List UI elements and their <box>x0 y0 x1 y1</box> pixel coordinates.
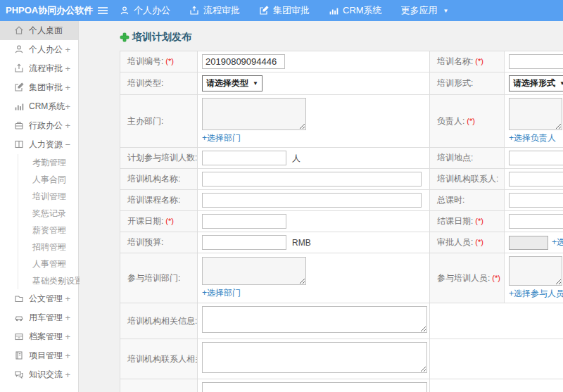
expand-plus-icon[interactable]: + <box>65 59 70 78</box>
training-form-select[interactable]: 请选择形式▼ <box>509 75 563 91</box>
required-mark: (*) <box>475 217 483 225</box>
topnav-label: 流程审批 <box>203 4 240 17</box>
sidebar-item-label: 项目管理 <box>29 350 63 360</box>
approvers-box[interactable] <box>509 236 548 250</box>
participating-departments-label: 参与培训部门: <box>127 273 180 283</box>
sidebar-subitem-salary-mgmt[interactable]: 薪资管理+ <box>18 222 78 239</box>
topnav-label: 集团审批 <box>273 4 310 17</box>
expand-plus-icon[interactable]: + <box>65 40 70 59</box>
budget-input[interactable] <box>202 235 286 250</box>
form-row: 计划参与培训人数:(*) 人 培训地点: <box>120 148 563 169</box>
sidebar-item-workflow-approval[interactable]: 流程审批 + <box>0 59 78 78</box>
hamburger-menu-icon[interactable] <box>97 6 108 15</box>
topnav-crm-system[interactable]: CRM系统 <box>329 4 382 17</box>
app-window: PHPOA协同办公软件 个人办公 流程审批 集团审批 CRM系统 更多应用 <box>0 0 563 392</box>
required-mark: (*) <box>467 117 475 125</box>
expand-plus-icon[interactable]: + <box>65 78 70 97</box>
sidebar-item-human-resources[interactable]: 人力资源 − <box>0 135 78 154</box>
expand-plus-icon[interactable]: + <box>58 222 63 239</box>
participants-textarea[interactable] <box>509 256 562 286</box>
expand-plus-icon[interactable]: + <box>65 308 70 327</box>
training-name-input[interactable] <box>509 54 563 69</box>
sidebar-item-crm-system[interactable]: CRM系统 + <box>0 97 78 116</box>
topnav-more-apps[interactable]: 更多应用 ▼ <box>401 4 449 17</box>
sidebar-item-project-mgmt[interactable]: 项目管理 + <box>0 346 78 365</box>
course-name-input[interactable] <box>202 193 422 208</box>
org-info-textarea[interactable] <box>202 306 427 333</box>
caret-down-icon: ▼ <box>443 8 449 14</box>
expand-plus-icon[interactable]: + <box>58 255 63 272</box>
org-contact-input[interactable] <box>509 172 563 186</box>
form-row: 培训类型: 请选择类型▼ 培训形式: 请选择形式▼ <box>120 72 563 95</box>
org-name-input[interactable] <box>202 172 422 186</box>
training-location-input[interactable] <box>509 151 563 165</box>
expand-plus-icon[interactable]: + <box>65 346 70 365</box>
select-approvers-link[interactable]: +选择审批人员 <box>552 236 563 248</box>
expand-plus-icon[interactable]: + <box>65 97 70 116</box>
participating-departments-textarea[interactable] <box>202 257 306 285</box>
course-name-label: 培训课程名称: <box>127 195 180 205</box>
caret-down-icon: ▼ <box>559 80 563 87</box>
training-type-select[interactable]: 请选择类型▼ <box>202 75 262 91</box>
org-contact-info-textarea[interactable] <box>202 342 427 373</box>
start-date-input[interactable] <box>202 214 286 229</box>
sidebar-item-vehicle-mgmt[interactable]: 用车管理 + <box>0 308 78 327</box>
sidebar-item-label: 个人办公 <box>29 44 63 54</box>
sidebar-subitem-reward-punishment[interactable]: 奖惩记录 <box>18 205 78 222</box>
sidebar-subitem-hr-contract[interactable]: 人事合同 <box>18 171 78 188</box>
required-mark: (*) <box>475 238 483 246</box>
training-number-label: 培训编号: <box>127 56 163 66</box>
expand-plus-icon[interactable]: + <box>58 272 63 289</box>
leader-label: 负责人: <box>437 116 464 126</box>
topnav-personal-office[interactable]: 个人办公 <box>120 4 170 17</box>
select-department-link[interactable]: +选择部门 <box>202 287 241 299</box>
sidebar-item-document-mgmt[interactable]: 公文管理 + <box>0 289 78 308</box>
expand-plus-icon[interactable]: + <box>65 116 70 135</box>
budget-label: 培训预算: <box>127 237 163 247</box>
sidebar-item-personal-office[interactable]: 个人办公 + <box>0 40 78 59</box>
leader-textarea[interactable] <box>509 98 562 130</box>
topnav-group-approval[interactable]: 集团审批 <box>259 4 310 17</box>
expand-plus-icon[interactable]: + <box>65 289 70 308</box>
sidebar-item-admin-office[interactable]: 行政办公 + <box>0 116 78 135</box>
sidebar-subitem-base-category-settings[interactable]: 基础类别设置+ <box>18 272 78 289</box>
select-participants-link[interactable]: +选择参与人员 <box>509 288 563 300</box>
required-mark: (*) <box>165 217 174 225</box>
expand-plus-icon[interactable]: + <box>65 365 70 384</box>
empty-cell <box>430 379 563 392</box>
training-requirements-textarea[interactable] <box>202 382 427 392</box>
training-number-input[interactable] <box>202 54 285 69</box>
host-department-label: 主办部门: <box>127 116 163 126</box>
end-date-input[interactable] <box>509 214 563 229</box>
sidebar-item-personal-desktop[interactable]: 个人桌面 <box>0 21 78 40</box>
host-department-textarea[interactable] <box>202 98 306 130</box>
sidebar-item-archive-mgmt[interactable]: 档案管理 + <box>0 327 78 346</box>
sidebar-subitem-attendance[interactable]: 考勤管理 <box>18 154 78 171</box>
form-row: 培训编号:(*) 培训名称:(*) <box>120 51 563 72</box>
page-title: 培训计划发布 <box>120 30 563 45</box>
planned-participants-input[interactable] <box>202 151 286 165</box>
home-icon <box>14 25 24 35</box>
total-hours-label: 总课时: <box>437 195 464 205</box>
total-hours-input[interactable] <box>509 193 563 208</box>
org-contact-label: 培训机构联系人: <box>437 174 498 184</box>
select-value: 请选择类型 <box>206 77 248 89</box>
sidebar-subitem-label: 奖惩记录 <box>32 208 66 218</box>
sidebar-subitem-personnel-mgmt[interactable]: 人事管理+ <box>18 255 78 272</box>
required-mark: (*) <box>475 57 483 65</box>
user-icon <box>120 6 129 15</box>
sidebar-item-knowledge-exchange[interactable]: 知识交流 + <box>0 365 78 384</box>
start-date-label: 开课日期: <box>127 216 163 226</box>
sidebar-subitem-training-mgmt[interactable]: 培训管理 <box>18 188 78 205</box>
expand-plus-icon[interactable]: + <box>65 327 70 346</box>
sidebar-subitem-recruitment-mgmt[interactable]: 招聘管理+ <box>18 239 78 255</box>
select-leader-link[interactable]: +选择负责人 <box>509 132 556 144</box>
sidebar-item-group-approval[interactable]: 集团审批 + <box>0 78 78 97</box>
topnav-workflow-approval[interactable]: 流程审批 <box>189 4 240 17</box>
select-department-link[interactable]: +选择部门 <box>202 132 241 144</box>
end-date-label: 结课日期: <box>437 216 473 226</box>
sidebar-item-label: 个人桌面 <box>29 25 63 35</box>
collapse-minus-icon[interactable]: − <box>65 135 70 154</box>
expand-plus-icon[interactable]: + <box>58 239 63 255</box>
training-form-label: 培训形式: <box>437 78 473 88</box>
